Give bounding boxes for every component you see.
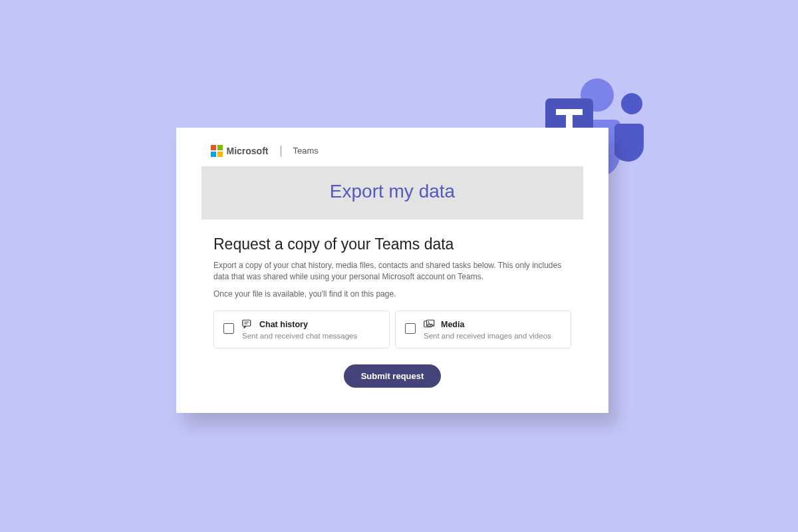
export-data-card: Microsoft Teams Export my data Request a… bbox=[176, 128, 608, 413]
option-subtitle: Sent and received images and videos bbox=[424, 332, 551, 340]
chat-history-checkbox[interactable] bbox=[223, 323, 234, 334]
main-content: Request a copy of your Teams data Export… bbox=[201, 235, 583, 388]
export-options: Chat history Sent and received chat mess… bbox=[213, 311, 571, 348]
svg-point-1 bbox=[621, 93, 642, 114]
availability-note: Once your file is available, you'll find… bbox=[213, 289, 571, 299]
card-header: Microsoft Teams bbox=[211, 145, 583, 157]
svg-rect-3 bbox=[243, 321, 251, 327]
banner-title: Export my data bbox=[201, 181, 583, 202]
svg-point-0 bbox=[581, 78, 614, 112]
option-chat-history[interactable]: Chat history Sent and received chat mess… bbox=[213, 311, 390, 348]
page-subtitle: Request a copy of your Teams data bbox=[213, 235, 571, 253]
microsoft-logo: Microsoft bbox=[211, 145, 269, 157]
page-banner: Export my data bbox=[201, 166, 583, 219]
option-media[interactable]: Media Sent and received images and video… bbox=[395, 311, 571, 348]
chat-icon bbox=[242, 319, 254, 330]
product-name: Teams bbox=[293, 146, 319, 156]
header-divider bbox=[281, 146, 281, 156]
option-title: Media bbox=[441, 320, 464, 329]
page-description: Export a copy of your chat history, medi… bbox=[213, 260, 571, 283]
media-icon bbox=[424, 319, 436, 330]
option-title: Chat history bbox=[259, 320, 308, 329]
svg-point-8 bbox=[428, 321, 429, 323]
microsoft-logo-icon bbox=[211, 145, 223, 157]
submit-request-button[interactable]: Submit request bbox=[344, 364, 442, 388]
brand-name: Microsoft bbox=[227, 146, 269, 156]
option-subtitle: Sent and received chat messages bbox=[242, 332, 357, 340]
media-checkbox[interactable] bbox=[405, 323, 416, 334]
